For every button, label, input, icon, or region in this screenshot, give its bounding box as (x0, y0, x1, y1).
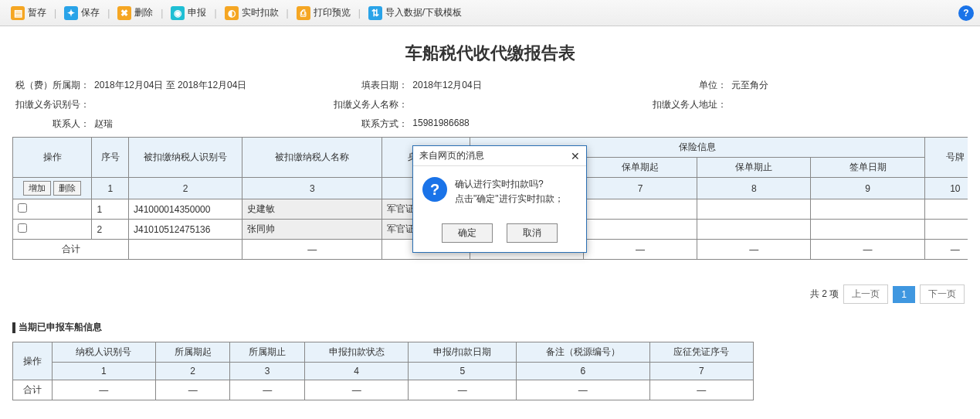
dialog-title-text: 来自网页的消息 (419, 149, 484, 162)
close-icon[interactable]: ✕ (571, 150, 580, 162)
confirm-dialog: 来自网页的消息 ✕ ? 确认进行实时扣款吗? 点击"确定"进行实时扣款； 确定 … (412, 145, 587, 253)
ok-button[interactable]: 确定 (442, 223, 493, 243)
dialog-mask: 来自网页的消息 ✕ ? 确认进行实时扣款吗? 点击"确定"进行实时扣款； 确定 … (0, 0, 980, 408)
dialog-message: 确认进行实时扣款吗? 点击"确定"进行实时扣款； (455, 177, 564, 206)
question-icon: ? (422, 177, 447, 202)
cancel-button[interactable]: 取消 (507, 223, 558, 243)
